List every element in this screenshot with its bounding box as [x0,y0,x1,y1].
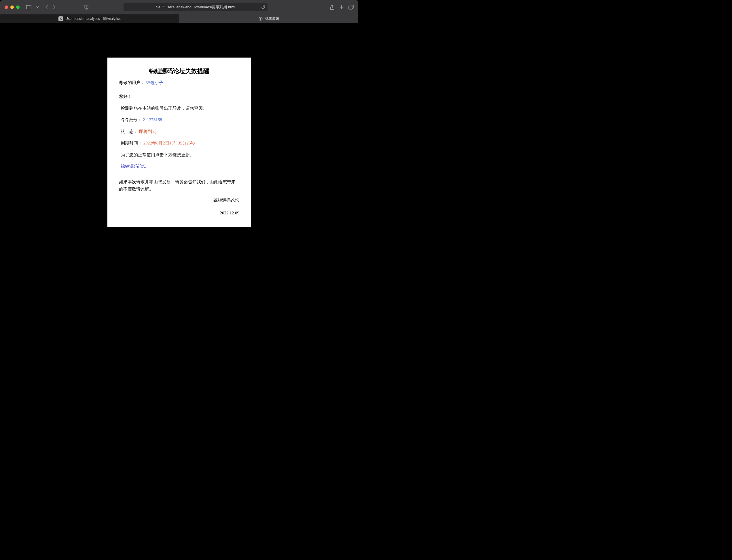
tab-label: User session analytics - 66Analytics [65,17,120,21]
qq-row: ＱＱ账号： 211273168 [119,117,239,123]
address-bar[interactable]: file:///Users/janewang/Downloads/提示到期.ht… [123,3,267,11]
tab-label: 锦鲤源码 [265,16,279,21]
chevron-right-icon [52,5,56,9]
minimize-window-button[interactable] [10,5,14,9]
compass-icon [258,16,263,21]
greeting: 您好！ [119,93,239,100]
back-button[interactable] [45,5,48,9]
tabs-bar: K User session analytics - 66Analytics 锦… [0,14,358,23]
status-label: 状 态： [121,129,138,134]
toolbar-dropdown-button[interactable] [35,3,40,11]
reload-icon [261,5,265,9]
toolbar-right [330,5,353,10]
user-row: 尊敬的用户： 锦鲤小子 [119,79,239,86]
qq-label: ＱＱ账号： [121,117,142,122]
expire-label: 到期时间： [121,141,142,145]
date-text: 2022.12.09 [119,210,239,216]
close-window-button[interactable] [5,5,8,9]
expire-value: 2022年8月2日15时35分25秒 [143,141,195,145]
link-row: 锦鲤源码论坛 [119,163,239,170]
sidebar-toggle-button[interactable] [25,3,33,11]
qq-value: 211273168 [143,117,162,122]
status-row: 状 态： 即将到期 [119,128,239,135]
url-text: file:///Users/janewang/Downloads/提示到期.ht… [156,5,235,10]
svg-rect-0 [26,5,31,9]
maximize-window-button[interactable] [16,5,20,9]
plus-icon [339,5,344,9]
svg-rect-2 [349,6,352,9]
sidebar-icon [26,5,31,9]
window-titlebar: file:///Users/janewang/Downloads/提示到期.ht… [0,0,358,14]
tab-analytics[interactable]: K User session analytics - 66Analytics [0,14,179,23]
disclaimer-text: 如果本次请求并非由您发起，请务必告知我们，由此给您带来的不便敬请谅解。 [119,178,239,193]
tabs-overview-button[interactable] [348,5,353,9]
page-content: 锦鲤源码论坛失效提醒 尊敬的用户： 锦鲤小子 您好！ 检测到您在本站的账号出现异… [107,58,251,227]
window-controls [5,5,20,9]
tabs-icon [348,5,353,9]
privacy-shield-button[interactable] [84,5,89,10]
reload-button[interactable] [261,5,265,9]
chevron-down-icon [36,6,39,8]
instruction-text: 为了您的正常使用点击下方链接更新。 [119,152,239,158]
user-name: 锦鲤小子 [146,80,163,85]
page-title: 锦鲤源码论坛失效提醒 [119,67,239,76]
tab-jinli[interactable]: 锦鲤源码 [179,14,358,23]
share-icon [330,5,334,10]
share-button[interactable] [330,5,334,10]
signature-text: 锦鲤源码论坛 [119,197,239,204]
nav-arrows [45,5,56,9]
user-label: 尊敬的用户： [119,80,145,85]
forward-button[interactable] [52,5,56,9]
forum-link[interactable]: 锦鲤源码论坛 [121,164,147,169]
chevron-left-icon [45,5,48,9]
shield-icon [84,5,89,10]
new-tab-button[interactable] [339,5,344,9]
notice-text: 检测到您在本站的账号出现异常，请您查阅。 [119,105,239,112]
status-value: 即将到期 [139,129,156,134]
tab-favicon-icon: K [58,16,63,21]
expire-row: 到期时间： 2022年8月2日15时35分25秒 [119,140,239,146]
viewport: 锦鲤源码论坛失效提醒 尊敬的用户： 锦鲤小子 您好！ 检测到您在本站的账号出现异… [0,23,358,274]
